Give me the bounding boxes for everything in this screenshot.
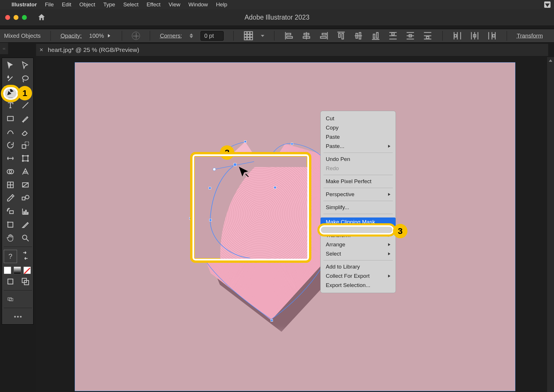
align-hcenter-icon[interactable] [302,31,311,41]
menu-view[interactable]: View [169,1,180,8]
distribute-bottom-icon[interactable] [423,31,433,41]
draw-normal-icon[interactable] [4,276,17,287]
ctx-select[interactable]: Select [321,249,396,258]
selection-tool[interactable] [4,60,17,71]
ctx-paste-sub[interactable]: Paste... [321,142,396,151]
expand-panel-icon[interactable] [549,59,552,62]
align-vcenter-icon[interactable] [353,31,363,41]
ctx-undo[interactable]: Undo Pen [321,155,396,164]
hand-tool[interactable] [4,232,17,244]
fill-stroke-swatch[interactable]: ? [4,250,17,263]
svg-rect-38 [426,37,429,39]
svg-point-59 [22,155,24,157]
menu-object[interactable]: Object [79,1,95,8]
shape-builder-tool[interactable] [4,166,17,177]
none-swatch[interactable] [23,267,31,274]
menubar-right-icon[interactable] [544,1,551,8]
ctx-pixel-perfect[interactable]: Make Pixel Perfect [321,177,396,186]
ctx-export-selection[interactable]: Export Selection... [321,281,396,290]
svg-rect-25 [373,34,375,38]
align-right-icon[interactable] [319,31,329,41]
paintbrush-tool[interactable] [19,113,32,124]
align-to-selection-icon[interactable] [244,31,253,41]
anchor-point[interactable] [291,143,293,145]
panel-dock-collapse-icon[interactable]: ‹‹ [0,43,8,54]
opacity-value[interactable]: 100% [89,33,112,39]
rotate-tool[interactable] [4,139,17,151]
callout-badge-1: 1 [18,86,32,100]
svg-point-83 [23,235,27,239]
graph-tool[interactable] [19,206,32,217]
free-transform-tool[interactable] [19,153,32,164]
menu-file[interactable]: File [45,1,54,8]
chevron-right-icon [388,243,390,246]
scale-tool[interactable] [19,139,32,151]
svg-rect-7 [247,37,250,40]
close-window-button[interactable] [5,15,10,20]
ctx-perspective[interactable]: Perspective [321,190,396,199]
minimize-window-button[interactable] [14,15,18,20]
ctx-paste[interactable]: Paste [321,132,396,142]
distribute-top-icon[interactable] [388,31,398,41]
document-tab-label[interactable]: heart.jpg* @ 25 % (RGB/Preview) [48,46,139,53]
line-tool[interactable] [19,100,32,111]
menu-effect[interactable]: Effect [147,1,160,8]
eyedropper-tool[interactable] [4,192,17,204]
ctx-simplify[interactable]: Simplify... [321,203,396,212]
perspective-grid-tool[interactable] [19,166,32,177]
corners-field[interactable]: 0 pt [201,31,224,41]
distribute-hcenter-icon[interactable] [470,31,480,41]
align-bottom-icon[interactable] [371,31,381,41]
anchor-point[interactable] [244,140,246,143]
callout-border-2 [190,152,311,263]
right-panel-dock[interactable] [547,57,554,392]
ctx-arrange[interactable]: Arrange [321,240,396,249]
edit-toolbar-button[interactable] [4,311,32,322]
shaper-tool[interactable] [4,126,17,138]
gradient-swatch[interactable] [14,267,21,274]
magic-wand-tool[interactable] [4,73,17,85]
slice-tool[interactable] [19,219,32,230]
draw-behind-icon[interactable] [19,276,32,287]
zoom-tool[interactable] [19,232,32,244]
align-top-icon[interactable] [336,31,346,41]
close-tab-button[interactable]: × [40,46,43,54]
menu-type[interactable]: Type [103,1,115,8]
corners-label[interactable]: Corners: [160,33,182,39]
gradient-tool[interactable] [19,179,32,191]
ctx-copy[interactable]: Copy [321,123,396,132]
ctx-add-to-library[interactable]: Add to Library [321,262,396,271]
direct-selection-tool[interactable] [19,60,32,71]
artboard-tool[interactable] [4,219,17,230]
blend-tool[interactable] [19,192,32,204]
rectangle-tool[interactable] [4,113,17,124]
svg-rect-2 [250,32,253,34]
menu-help[interactable]: Help [216,1,227,8]
align-dropdown-icon[interactable] [261,35,264,37]
corners-spinner[interactable] [190,33,193,38]
swap-fill-stroke-icon[interactable] [19,250,32,261]
distribute-left-icon[interactable] [452,31,462,41]
transform-panel-link[interactable]: Transform [517,33,543,39]
lasso-tool[interactable] [19,73,32,85]
fullscreen-window-button[interactable] [22,15,27,20]
mesh-tool[interactable] [4,179,17,191]
distribute-right-icon[interactable] [487,31,497,41]
anchor-point[interactable] [271,319,273,322]
menu-select[interactable]: Select [123,1,138,8]
symbol-sprayer-tool[interactable] [4,206,17,217]
distribute-vcenter-icon[interactable] [405,31,415,41]
eraser-tool[interactable] [19,126,32,138]
screen-mode-icon[interactable] [4,293,17,305]
ctx-cut[interactable]: Cut [321,114,396,123]
ctx-collect-for-export[interactable]: Collect For Export [321,271,396,281]
recolor-artwork-icon[interactable] [132,32,140,40]
opacity-label[interactable]: Opacity: [61,33,82,39]
menu-window[interactable]: Window [188,1,208,8]
menu-edit[interactable]: Edit [62,1,71,8]
width-tool[interactable] [4,153,17,164]
align-left-icon[interactable] [284,31,294,41]
home-button[interactable] [36,12,47,23]
fill-color-swatch[interactable] [4,267,11,274]
app-name[interactable]: Illustrator [12,1,37,8]
